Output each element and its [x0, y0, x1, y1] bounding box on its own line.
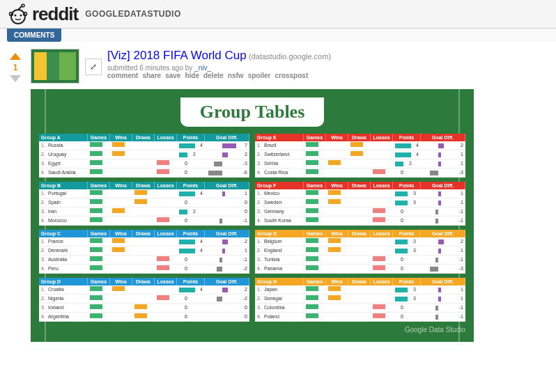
table-row: 2.Switzerland41: [255, 150, 465, 159]
table-row: 4.Argentina00: [39, 313, 249, 322]
logo-text: reddit: [32, 3, 78, 25]
table-row: 4.Peru0-2: [39, 265, 249, 274]
group-box: Group GGamesWinsDrawsLossesPointsGoal Di…: [255, 230, 465, 274]
table-row: 3.Serbia21: [255, 159, 465, 168]
downvote-arrow[interactable]: [10, 75, 21, 82]
group-box: Group AGamesWinsDrawsLossesPointsGoal Di…: [39, 134, 249, 178]
expand-button[interactable]: ⤢: [85, 58, 102, 75]
table-row: 4.Poland0-1: [255, 313, 465, 322]
group-box: Group FGamesWinsDrawsLossesPointsGoal Di…: [255, 182, 465, 226]
table-row: 3.Australia0-1: [39, 256, 249, 265]
action-share[interactable]: share: [142, 72, 161, 79]
author-link[interactable]: _niv_: [194, 64, 211, 72]
table-row: 1.Japan31: [255, 285, 465, 295]
subreddit-name[interactable]: GoogleDataStudio: [85, 9, 181, 19]
table-row: 3.Iran20: [39, 207, 249, 217]
action-hide[interactable]: hide: [185, 72, 199, 79]
tab-bar: COMMENTS: [0, 29, 556, 42]
table-row: 3.Colombia0-1: [255, 304, 465, 313]
group-box: Group EGamesWinsDrawsLossesPointsGoal Di…: [255, 134, 465, 178]
table-row: 3.Iceland00: [39, 304, 249, 313]
table-row: 4.Costa Rica0-3: [255, 168, 465, 178]
table-row: 1.Portugal41: [39, 189, 249, 198]
svg-point-4: [22, 4, 24, 7]
post-thumbnail[interactable]: [31, 49, 79, 84]
table-row: 2.Senegal31: [255, 295, 465, 304]
action-save[interactable]: save: [165, 72, 180, 79]
svg-point-0: [11, 10, 25, 24]
table-row: 4.Panama0-3: [255, 265, 465, 274]
tab-comments[interactable]: COMMENTS: [7, 29, 61, 42]
table-row: 2.Spain00: [39, 198, 249, 207]
site-header: reddit GoogleDataStudio: [0, 0, 556, 29]
table-row: 3.Tunisia0-1: [255, 256, 465, 265]
group-box: Group BGamesWinsDrawsLossesPointsGoal Di…: [39, 182, 249, 226]
table-row: 4.Morocco0-1: [39, 217, 249, 226]
table-row: 2.Denmark41: [39, 246, 249, 256]
vote-column: 1: [0, 49, 31, 342]
expanded-image: Group Tables Group AGamesWinsDrawsLosses…: [31, 89, 549, 342]
table-row: 1.Croatia42: [39, 285, 249, 295]
group-box: Group DGamesWinsDrawsLossesPointsGoal Di…: [39, 278, 249, 322]
action-crosspost[interactable]: crosspost: [275, 72, 308, 79]
table-row: 2.Nigeria0-2: [39, 295, 249, 304]
svg-point-2: [20, 15, 22, 17]
reddit-alien-icon: [7, 3, 29, 25]
action-nsfw[interactable]: nsfw: [228, 72, 244, 79]
vote-score: 1: [0, 63, 31, 72]
table-row: 2.England31: [255, 246, 465, 256]
table-row: 2.Sweden31: [255, 198, 465, 207]
table-row: 1.Mexico31: [255, 189, 465, 198]
table-row: 4.South Korea0-1: [255, 217, 465, 226]
table-row: 3.Germany0-1: [255, 207, 465, 217]
image-title: Group Tables: [180, 97, 325, 127]
table-row: 2.Uruguay22: [39, 150, 249, 159]
action-comment[interactable]: comment: [107, 72, 138, 79]
groups-right: Group EGamesWinsDrawsLossesPointsGoal Di…: [255, 134, 465, 322]
upvote-arrow[interactable]: [10, 53, 21, 60]
table-row: 3.Egypt0-3: [39, 159, 249, 168]
logo[interactable]: reddit: [7, 3, 78, 25]
table-row: 1.Belgium32: [255, 237, 465, 246]
group-box: Group HGamesWinsDrawsLossesPointsGoal Di…: [255, 278, 465, 322]
group-box: Group CGamesWinsDrawsLossesPointsGoal Di…: [39, 230, 249, 274]
tagline: submitted 6 minutes ago by _niv_: [107, 64, 549, 72]
action-delete[interactable]: delete: [203, 72, 224, 79]
table-row: 4.Saudi Arabia0-6: [39, 168, 249, 178]
post-domain[interactable]: (datastudio.google.com): [249, 52, 331, 61]
action-spoiler[interactable]: spoiler: [248, 72, 271, 79]
watermark: Google Data Studio: [39, 326, 465, 334]
svg-point-1: [15, 15, 17, 17]
groups-left: Group AGamesWinsDrawsLossesPointsGoal Di…: [39, 134, 249, 322]
post-title[interactable]: [Viz] 2018 FIFA World Cup: [107, 49, 247, 62]
table-row: 1.Russia47: [39, 141, 249, 150]
post-actions: commentsharesavehidedeletensfwspoilercro…: [107, 72, 549, 79]
table-row: 1.France42: [39, 237, 249, 246]
table-row: 1.Brazil42: [255, 141, 465, 150]
